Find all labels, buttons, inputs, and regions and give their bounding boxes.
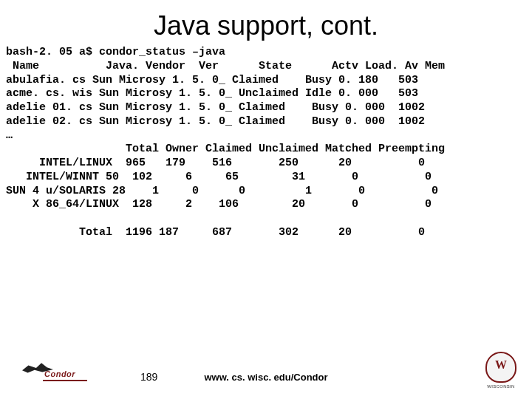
terminal-output: bash-2. 05 a$ condor_status –java Name J… [0, 46, 532, 240]
shell-prompt: bash-2. 05 a$ [6, 46, 92, 58]
crest-letter: W [487, 358, 515, 372]
summary-row: INTEL/WINNT 50 102 6 65 31 0 0 [6, 171, 432, 183]
summary-row: X 86_64/LINUX 128 2 106 20 0 0 [6, 198, 432, 211]
shell-command: condor_status –java [99, 46, 225, 58]
table-row: adelie 02. cs Sun Microsy 1. 5. 0_ Claim… [6, 115, 425, 128]
total-row: Total 1196 187 687 302 20 0 [6, 226, 425, 239]
ellipsis: … [6, 129, 13, 142]
summary-row: INTEL/LINUX 965 179 516 250 20 0 [6, 157, 425, 169]
table-row: adelie 01. cs Sun Microsy 1. 5. 0_ Claim… [6, 101, 425, 114]
wisconsin-logo: W WISCONSIN [483, 352, 519, 389]
slide-title: Java support, cont. [0, 0, 532, 46]
summary-header: Total Owner Claimed Unclaimed Matched Pr… [6, 143, 445, 155]
summary-row: SUN 4 u/SOLARIS 28 1 0 0 1 0 0 [6, 185, 438, 197]
crest-icon: W [485, 352, 516, 383]
table-row: acme. cs. wis Sun Microsy 1. 5. 0_ Uncla… [6, 87, 418, 100]
table-header: Name Java. Vendor Ver State Actv Load. A… [6, 60, 445, 72]
table-row: abulafia. cs Sun Microsy 1. 5. 0_ Claime… [6, 74, 418, 86]
wisconsin-label: WISCONSIN [483, 384, 519, 389]
footer-url: www. cs. wisc. edu/Condor [0, 372, 532, 383]
footer: Condor 189 www. cs. wisc. edu/Condor W W… [0, 356, 532, 393]
